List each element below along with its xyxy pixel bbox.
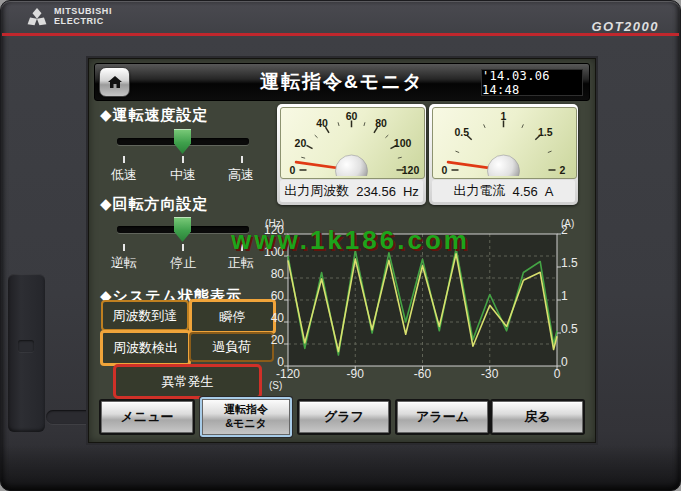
nav-button-operation-monitor[interactable]: 運転指令 &モニタ xyxy=(202,399,290,435)
bezel-red-stripe xyxy=(2,33,679,36)
speed-label-low: 低速 xyxy=(94,166,154,184)
speed-tick xyxy=(182,156,184,163)
direction-tick xyxy=(182,244,184,251)
brand-line2: ELECTRIC xyxy=(54,17,112,27)
direction-section-title: ◆回転方向設定 xyxy=(100,195,209,214)
svg-text:20: 20 xyxy=(295,137,307,149)
door-emboss xyxy=(18,340,34,352)
interface-door[interactable] xyxy=(8,274,45,432)
y-left-tick-label: 20 xyxy=(271,333,284,347)
svg-text:100: 100 xyxy=(394,137,412,149)
y-right-tick-label: 2 xyxy=(561,223,568,237)
gauge-value: 4.56 xyxy=(513,184,538,199)
y-left-tick-label: 80 xyxy=(271,267,284,281)
got2000-hmi-device: MITSUBISHI ELECTRIC GOT2000 運転指令&モニタ '14… xyxy=(0,0,681,491)
gauge-needle-and-scale: 00.511.52 xyxy=(433,108,574,176)
gauge-value: 234.56 xyxy=(356,184,396,199)
svg-text:0: 0 xyxy=(290,164,296,176)
svg-text:80: 80 xyxy=(375,117,387,129)
svg-text:2: 2 xyxy=(560,164,566,176)
x-tick-label: -60 xyxy=(414,367,431,381)
brand-text: MITSUBISHI ELECTRIC xyxy=(54,7,112,27)
gauge-label: 出力周波数 xyxy=(284,182,349,200)
gauge-needle-and-scale: 020406080100120 xyxy=(281,108,422,176)
speed-section-title: ◆運転速度設定 xyxy=(100,106,209,125)
output-current-gauge: 00.511.52 出力電流 4.56 A xyxy=(429,104,578,205)
speed-label-high: 高速 xyxy=(211,166,271,184)
lcd-screen: 運転指令&モニタ '14.03.06 14:48 ◆運転速度設定 低速 中速 高… xyxy=(88,58,596,443)
nav-button-line1: 運転指令 xyxy=(224,403,268,417)
gauge-readout: 出力電流 4.56 A xyxy=(432,180,575,202)
mitsubishi-brand: MITSUBISHI ELECTRIC xyxy=(26,7,112,27)
bezel-bottom-edge xyxy=(0,445,681,491)
x-axis-unit: (S) xyxy=(269,380,282,391)
svg-text:40: 40 xyxy=(316,117,328,129)
gauge-label: 出力電流 xyxy=(454,182,506,200)
gauge-unit: Hz xyxy=(403,184,419,199)
svg-text:0: 0 xyxy=(442,164,448,176)
gauge-dial: 020406080100120 xyxy=(280,107,425,179)
svg-text:60: 60 xyxy=(346,110,358,122)
y-left-tick-label: 40 xyxy=(271,311,284,325)
y-right-tick-label: 0 xyxy=(561,355,568,369)
watermark-text: www.1k186.com xyxy=(231,225,470,256)
svg-text:1: 1 xyxy=(501,110,507,122)
x-tick-label: -30 xyxy=(481,367,498,381)
nav-button-graph[interactable]: グラフ xyxy=(299,401,389,433)
status-indicator-freq-detect[interactable]: 周波数検出 xyxy=(100,330,191,366)
direction-label-stop: 停止 xyxy=(153,254,213,272)
nav-button-line2: &モニタ xyxy=(225,417,267,431)
direction-slider-handle[interactable] xyxy=(174,217,191,242)
x-tick-label: -120 xyxy=(276,367,300,381)
x-tick-label: 0 xyxy=(554,367,561,381)
speed-tick xyxy=(123,156,125,163)
speed-slider-handle[interactable] xyxy=(174,129,191,154)
gauge-unit: A xyxy=(545,184,554,199)
y-right-tick-label: 0.5 xyxy=(561,322,578,336)
direction-tick xyxy=(123,244,125,251)
gauge-readout: 出力周波数 234.56 Hz xyxy=(280,180,423,202)
svg-text:0.5: 0.5 xyxy=(454,126,469,138)
x-tick-label: -90 xyxy=(347,367,364,381)
svg-text:1.5: 1.5 xyxy=(538,126,553,138)
svg-text:120: 120 xyxy=(402,164,420,176)
nav-button-alarm[interactable]: アラーム xyxy=(397,401,488,433)
y-right-tick-label: 1 xyxy=(561,289,568,303)
screen-header: 運転指令&モニタ '14.03.06 14:48 xyxy=(94,63,590,101)
direction-label-reverse: 逆転 xyxy=(94,254,154,272)
nav-button-menu[interactable]: メニュー xyxy=(101,401,193,433)
output-frequency-gauge: 020406080100120 出力周波数 234.56 Hz xyxy=(277,104,426,205)
gauge-dial: 00.511.52 xyxy=(432,107,577,179)
speed-tick xyxy=(241,156,243,163)
nav-button-back[interactable]: 戻る xyxy=(492,401,583,433)
mitsubishi-three-diamond-icon xyxy=(26,7,48,26)
y-right-tick-label: 1.5 xyxy=(561,256,578,270)
speed-label-mid: 中速 xyxy=(153,166,213,184)
y-left-tick-label: 60 xyxy=(271,289,284,303)
datetime-display: '14.03.06 14:48 xyxy=(481,69,583,96)
model-logo: GOT2000 xyxy=(591,19,659,34)
status-indicator-freq-reached[interactable]: 周波数到達 xyxy=(101,300,189,331)
